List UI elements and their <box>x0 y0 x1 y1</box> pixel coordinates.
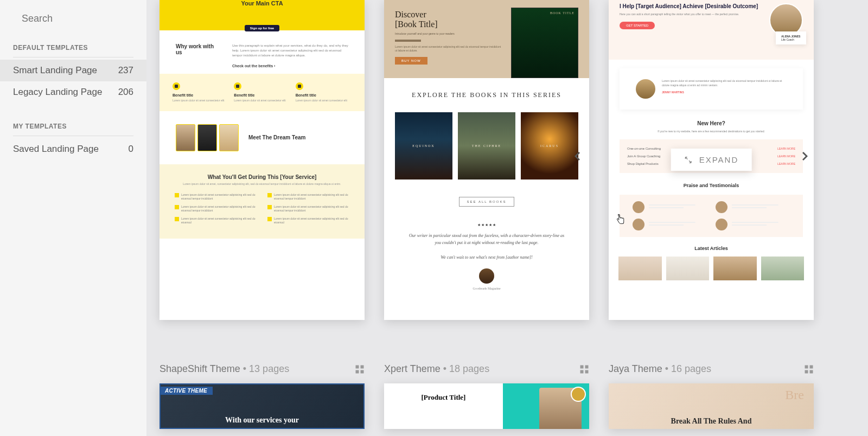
benefit-icon <box>173 82 180 90</box>
theme-title: Xpert Theme • 18 pages <box>384 363 489 375</box>
benefits-row: Benefit titleLorem ipsum dolor sit amet … <box>159 74 365 111</box>
grid-icon[interactable] <box>355 364 365 374</box>
svg-rect-5 <box>361 370 364 373</box>
hero-section: I Help [Target Audience] Achieve [Desira… <box>609 0 814 60</box>
svg-rect-13 <box>810 370 813 373</box>
theme-card-xpert[interactable]: Xpert Theme • 18 pages [Product Title] <box>384 358 589 429</box>
nav-count: 206 <box>118 87 133 98</box>
testimonials-grid <box>620 195 803 237</box>
articles-row <box>609 257 814 280</box>
expand-button[interactable]: EXPAND <box>671 149 752 171</box>
buy-button: BUY NOW <box>395 57 427 65</box>
active-theme-badge: ACTIVE THEME <box>161 387 213 395</box>
hero-section: Discover[Book Title] Introduce yourself … <box>384 0 589 78</box>
svg-rect-3 <box>361 365 364 368</box>
carousel-prev[interactable] <box>571 150 584 163</box>
svg-rect-7 <box>585 365 589 368</box>
testimonial: Lorem ipsum dolor sit amet consectetur a… <box>620 68 803 110</box>
main-content: Your Main CTA Sign up for free Why work … <box>146 0 868 436</box>
books-row: EQUINOX THE CIPHRE ICARUS <box>384 112 589 190</box>
cta-button: GET STARTED <box>620 22 655 29</box>
search-row <box>0 9 146 35</box>
nav-smart-landing[interactable]: Smart Landing Page 237 <box>0 60 146 81</box>
book-cover <box>511 8 578 78</box>
benefit-title: Benefit title <box>296 93 352 97</box>
hero-cta-button: Sign up for free <box>245 25 279 31</box>
praise-heading: Praise and Testimonials <box>609 173 814 195</box>
template-preview: Discover[Book Title] Introduce yourself … <box>384 0 589 320</box>
preview-title: With our services your <box>171 416 354 425</box>
theme-preview: ACTIVE THEME With our services your <box>159 383 365 429</box>
svg-rect-8 <box>580 370 584 373</box>
template-card-2[interactable]: Discover[Book Title] Introduce yourself … <box>384 0 589 320</box>
benefit-title: Benefit title <box>173 93 228 97</box>
template-preview: Your Main CTA Sign up for free Why work … <box>159 0 365 320</box>
why-section: Why work with us Use this paragraph to e… <box>159 30 365 74</box>
avatar <box>479 268 494 284</box>
theme-title: Jaya Theme • 16 pages <box>609 363 711 375</box>
review-section: ★★★★★ Our writer in particular stood out… <box>384 217 589 303</box>
team-title: Meet The Dream Team <box>248 134 305 140</box>
my-templates-header: MY TEMPLATES <box>13 114 133 136</box>
cursor-hand-icon <box>615 214 625 226</box>
theme-preview: Bre Break All The Rules And <box>609 383 814 429</box>
grid-icon[interactable] <box>804 364 814 374</box>
benefit-icon <box>234 82 241 90</box>
why-title: Why work with us <box>176 43 219 69</box>
why-cta: Check out the benefits › <box>232 63 348 69</box>
nav-label: Saved Landing Page <box>13 144 99 155</box>
nav-count: 0 <box>129 144 133 155</box>
preview-title: Break All The Rules And <box>619 417 803 426</box>
svg-rect-2 <box>356 365 359 368</box>
badge-icon <box>571 387 586 402</box>
nav-saved-landing[interactable]: Saved Landing Page 0 <box>0 138 146 160</box>
svg-rect-10 <box>805 365 808 368</box>
nav-label: Smart Landing Page <box>13 65 97 76</box>
search-input[interactable] <box>22 13 148 24</box>
nav-count: 237 <box>118 65 133 76</box>
see-all-button: SEE ALL BOOKS <box>459 197 515 207</box>
preview-title: [Product Title] <box>392 393 495 402</box>
theme-card-jaya[interactable]: Jaya Theme • 16 pages Bre Break All The … <box>609 358 814 429</box>
svg-rect-4 <box>356 370 359 373</box>
benefit-title: Benefit title <box>234 93 290 97</box>
svg-rect-9 <box>585 370 589 373</box>
new-here: New Here? If you're new to my website, h… <box>609 110 814 133</box>
hero-title: Your Main CTA <box>159 0 365 7</box>
explore-heading: EXPLORE THE BOOKS IN THIS SERIES <box>384 78 589 112</box>
expand-icon <box>684 156 693 164</box>
team-section: Meet The Dream Team <box>159 111 365 164</box>
benefit-icon <box>296 82 303 90</box>
carousel-next[interactable] <box>799 150 812 163</box>
svg-rect-6 <box>580 365 584 368</box>
sidebar: DEFAULT TEMPLATES Smart Landing Page 237… <box>0 0 146 436</box>
theme-title: ShapeShift Theme • 13 pages <box>159 363 289 375</box>
avatar <box>636 79 655 99</box>
template-preview: I Help [Target Audience] Achieve [Desira… <box>609 0 814 320</box>
template-card-3[interactable]: I Help [Target Audience] Achieve [Desira… <box>609 0 814 320</box>
hero-section: Your Main CTA Sign up for free <box>159 0 365 30</box>
theme-card-shapeshift[interactable]: ShapeShift Theme • 13 pages ACTIVE THEME… <box>159 358 365 429</box>
name-card: ALENA JONESLife Coach <box>776 31 806 44</box>
default-templates-header: DEFAULT TEMPLATES <box>13 35 133 57</box>
nav-label: Legacy Landing Page <box>13 87 102 98</box>
template-card-1[interactable]: Your Main CTA Sign up for free Why work … <box>159 0 365 320</box>
svg-rect-11 <box>810 365 813 368</box>
latest-heading: Latest Articles <box>609 237 814 257</box>
nav-legacy-landing[interactable]: Legacy Landing Page 206 <box>0 81 146 103</box>
star-rating: ★★★★★ <box>406 223 567 227</box>
theme-preview: [Product Title] <box>384 383 589 429</box>
why-body: Use this paragraph to explain what your … <box>232 43 348 69</box>
what-section: What You'll Get During This [Your Servic… <box>159 164 365 239</box>
grid-icon[interactable] <box>579 364 589 374</box>
svg-rect-12 <box>805 370 808 373</box>
